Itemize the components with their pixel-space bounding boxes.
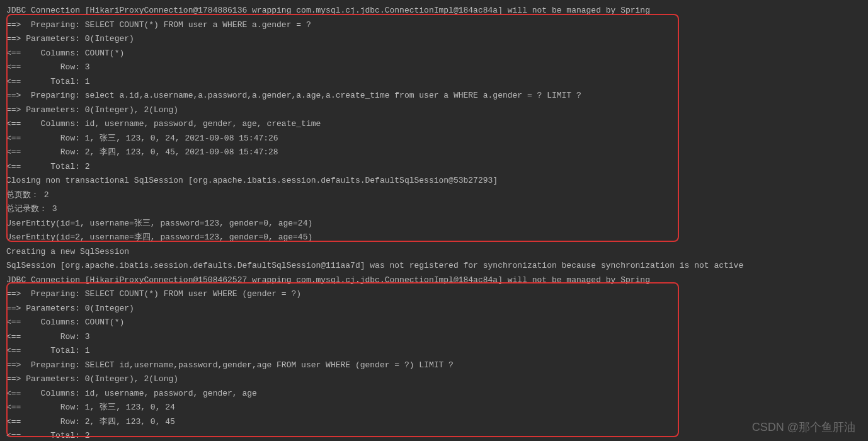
log-line: <== Columns: COUNT(*) <box>6 47 862 61</box>
log-line: JDBC Connection [HikariProxyConnection@1… <box>6 273 862 288</box>
console-output: JDBC Connection [HikariProxyConnection@1… <box>0 0 868 441</box>
log-line: 总页数： 2 <box>6 188 862 203</box>
log-line: <== Row: 2, 李四, 123, 0, 45, 2021-09-08 1… <box>6 146 862 160</box>
log-line: <== Columns: id, username, password, gen… <box>6 387 862 401</box>
log-line: <== Total: 1 <box>6 344 862 358</box>
log-line: ==> Parameters: 0(Integer) <box>6 302 862 316</box>
log-line: Closing non transactional SqlSession [or… <box>6 174 862 188</box>
log-line: ==> Preparing: SELECT COUNT(*) FROM user… <box>6 18 862 33</box>
log-line: ==> Preparing: select a.id,a.username,a.… <box>6 89 862 103</box>
log-line: <== Columns: id, username, password, gen… <box>6 117 862 132</box>
log-line: <== Columns: COUNT(*) <box>6 316 862 330</box>
log-line: ==> Parameters: 0(Integer), 2(Long) <box>6 372 862 387</box>
log-line: Creating a new SqlSession <box>6 245 862 260</box>
log-line: <== Row: 3 <box>6 60 862 75</box>
log-line: UserEntity(id=2, username=李四, password=1… <box>6 231 862 245</box>
log-line: 总记录数： 3 <box>6 202 862 217</box>
log-line: ==> Parameters: 0(Integer), 2(Long) <box>6 103 862 118</box>
log-line: UserEntity(id=1, username=张三, password=1… <box>6 217 862 231</box>
log-line: ==> Parameters: 0(Integer) <box>6 32 862 47</box>
log-line: ==> Preparing: SELECT id,username,passwo… <box>6 358 862 373</box>
watermark: CSDN @那个鱼肝油 <box>752 420 855 435</box>
log-line: ==> Preparing: SELECT COUNT(*) FROM user… <box>6 287 862 302</box>
log-line: <== Row: 2, 李四, 123, 0, 45 <box>6 415 862 430</box>
log-line: JDBC Connection [HikariProxyConnection@1… <box>6 4 862 18</box>
log-line: <== Total: 2 <box>6 429 862 441</box>
log-line: <== Row: 1, 张三, 123, 0, 24 <box>6 401 862 415</box>
log-line: <== Row: 1, 张三, 123, 0, 24, 2021-09-08 1… <box>6 132 862 146</box>
log-line: <== Row: 3 <box>6 330 862 345</box>
log-line: <== Total: 1 <box>6 75 862 89</box>
log-line: <== Total: 2 <box>6 160 862 175</box>
log-line: SqlSession [org.apache.ibatis.session.de… <box>6 259 862 273</box>
